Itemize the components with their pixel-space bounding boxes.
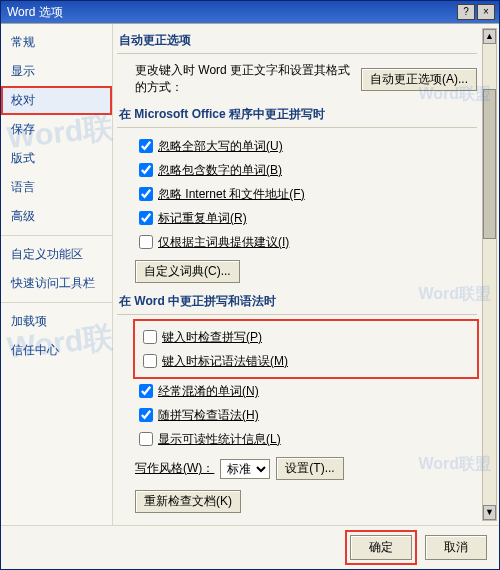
sidebar-item-addins[interactable]: 加载项 bbox=[1, 307, 112, 336]
sidebar-item-advanced[interactable]: 高级 bbox=[1, 202, 112, 231]
label: 加载项 bbox=[11, 314, 47, 328]
ok-highlight: 确定 bbox=[347, 532, 415, 563]
label: 键入时检查拼写(P) bbox=[162, 329, 262, 346]
section-exceptions: 例外项(X)： W 网站金字塔结构.docx bbox=[117, 515, 477, 521]
sidebar-item-save[interactable]: 保存 bbox=[1, 115, 112, 144]
custom-dictionaries-button[interactable]: 自定义词典(C)... bbox=[135, 260, 240, 283]
close-button[interactable]: × bbox=[477, 4, 495, 20]
sidebar-item-trust-center[interactable]: 信任中心 bbox=[1, 336, 112, 365]
autocorrect-row: 更改键入时 Word 更正文字和设置其格式的方式： 自动更正选项(A)... bbox=[117, 60, 477, 98]
label: 语言 bbox=[11, 180, 35, 194]
sidebar-item-proofing[interactable]: 校对 bbox=[1, 86, 112, 115]
writing-style-settings-button[interactable]: 设置(T)... bbox=[276, 457, 343, 480]
footer: 确定 取消 bbox=[1, 525, 499, 569]
dialog-body: 常规 显示 校对 保存 版式 语言 高级 自定义功能区 快速访问工具栏 加载项 … bbox=[1, 23, 499, 525]
writing-style-select[interactable]: 标准 bbox=[220, 459, 270, 479]
label: 忽略包含数字的单词(B) bbox=[158, 162, 282, 179]
dialog-word-options: Word 选项 ? × 常规 显示 校对 保存 版式 语言 高级 自定义功能区 … bbox=[0, 0, 500, 570]
scroll-down-icon[interactable]: ▼ bbox=[483, 505, 496, 520]
sidebar-item-qat[interactable]: 快速访问工具栏 bbox=[1, 269, 112, 298]
highlight-box-spellcheck: 键入时检查拼写(P) 键入时标记语法错误(M) bbox=[135, 321, 477, 377]
divider bbox=[1, 302, 112, 303]
title-bar: Word 选项 ? × bbox=[1, 1, 499, 23]
writing-style-label: 写作风格(W)： bbox=[135, 460, 214, 477]
sidebar-item-display[interactable]: 显示 bbox=[1, 57, 112, 86]
sidebar-item-customize-ribbon[interactable]: 自定义功能区 bbox=[1, 240, 112, 269]
chk-ignore-uppercase[interactable] bbox=[139, 139, 153, 153]
label: 自定义功能区 bbox=[11, 247, 83, 261]
label: 信任中心 bbox=[11, 343, 59, 357]
label: 显示可读性统计信息(L) bbox=[158, 431, 281, 448]
label: 校对 bbox=[11, 93, 35, 107]
scrollbar[interactable]: ▲ ▼ bbox=[482, 28, 497, 521]
sidebar-item-layout[interactable]: 版式 bbox=[1, 144, 112, 173]
section-autocorrect: 自动更正选项 bbox=[117, 24, 477, 54]
chk-confused-words[interactable] bbox=[139, 384, 153, 398]
label: 忽略 Internet 和文件地址(F) bbox=[158, 186, 305, 203]
chk-mark-grammar-as-type[interactable] bbox=[143, 354, 157, 368]
chk-main-dict-only[interactable] bbox=[139, 235, 153, 249]
label: 随拼写检查语法(H) bbox=[158, 407, 259, 424]
scroll-pane: 自动更正选项 更改键入时 Word 更正文字和设置其格式的方式： 自动更正选项(… bbox=[117, 24, 481, 521]
chk-check-spelling-as-type[interactable] bbox=[143, 330, 157, 344]
label: 经常混淆的单词(N) bbox=[158, 383, 259, 400]
section-office-spelling: 在 Microsoft Office 程序中更正拼写时 bbox=[117, 98, 477, 128]
cancel-button[interactable]: 取消 bbox=[425, 535, 487, 560]
label: 键入时标记语法错误(M) bbox=[162, 353, 288, 370]
label: 版式 bbox=[11, 151, 35, 165]
label: 标记重复单词(R) bbox=[158, 210, 247, 227]
label: 常规 bbox=[11, 35, 35, 49]
label: 显示 bbox=[11, 64, 35, 78]
autocorrect-options-button[interactable]: 自动更正选项(A)... bbox=[361, 68, 477, 91]
chk-grammar-with-spelling[interactable] bbox=[139, 408, 153, 422]
label: 保存 bbox=[11, 122, 35, 136]
divider bbox=[1, 235, 112, 236]
autocorrect-prefix: 更改键入时 Word 更正文字和设置其格式的方式： bbox=[135, 62, 361, 96]
ok-button[interactable]: 确定 bbox=[350, 535, 412, 560]
chk-flag-repeated[interactable] bbox=[139, 211, 153, 225]
chk-readability-stats[interactable] bbox=[139, 432, 153, 446]
scroll-thumb[interactable] bbox=[483, 89, 496, 239]
main-panel: 自动更正选项 更改键入时 Word 更正文字和设置其格式的方式： 自动更正选项(… bbox=[113, 24, 499, 525]
section-word-spelling: 在 Word 中更正拼写和语法时 bbox=[117, 285, 477, 315]
title-text: Word 选项 bbox=[5, 4, 455, 21]
chk-ignore-numbers[interactable] bbox=[139, 163, 153, 177]
sidebar-item-language[interactable]: 语言 bbox=[1, 173, 112, 202]
label: 高级 bbox=[11, 209, 35, 223]
label: 快速访问工具栏 bbox=[11, 276, 95, 290]
sidebar: 常规 显示 校对 保存 版式 语言 高级 自定义功能区 快速访问工具栏 加载项 … bbox=[1, 24, 113, 525]
label: 忽略全部大写的单词(U) bbox=[158, 138, 283, 155]
label: 仅根据主词典提供建议(I) bbox=[158, 234, 289, 251]
help-button[interactable]: ? bbox=[457, 4, 475, 20]
chk-ignore-internet[interactable] bbox=[139, 187, 153, 201]
sidebar-item-general[interactable]: 常规 bbox=[1, 28, 112, 57]
scroll-up-icon[interactable]: ▲ bbox=[483, 29, 496, 44]
recheck-document-button[interactable]: 重新检查文档(K) bbox=[135, 490, 241, 513]
